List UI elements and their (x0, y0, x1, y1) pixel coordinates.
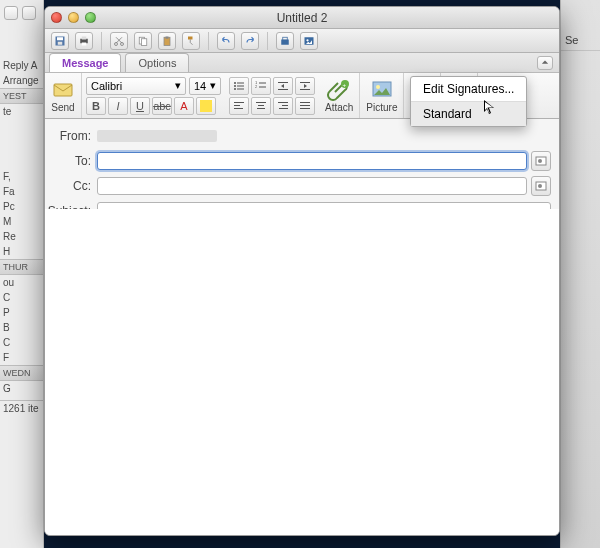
ribbon-tabbar: Message Options (45, 53, 559, 73)
redo-icon[interactable] (241, 32, 259, 50)
picture-button[interactable]: Picture (360, 73, 404, 118)
svg-rect-30 (300, 89, 310, 90)
svg-rect-1 (58, 41, 63, 44)
msg-item[interactable]: ou (0, 275, 43, 290)
align-center-button[interactable] (251, 97, 271, 115)
window-title: Untitled 2 (277, 11, 328, 25)
search-fragment[interactable]: Se (561, 30, 600, 51)
close-icon[interactable] (51, 12, 62, 23)
italic-button[interactable]: I (108, 97, 128, 115)
msg-item[interactable]: te (0, 104, 43, 119)
decrease-indent-button[interactable] (273, 77, 293, 95)
msg-item[interactable]: M (0, 214, 43, 229)
from-field[interactable] (97, 126, 551, 146)
tab-message[interactable]: Message (49, 53, 121, 72)
svg-rect-26 (259, 86, 266, 87)
msg-item[interactable]: F, (0, 169, 43, 184)
header-fields: From: To: Cc: Subject: (45, 119, 559, 222)
svg-rect-32 (234, 105, 240, 106)
picture-icon (370, 78, 394, 102)
svg-rect-22 (237, 88, 244, 89)
send-label: Send (51, 102, 74, 113)
message-body[interactable] (45, 209, 559, 535)
bold-button[interactable]: B (86, 97, 106, 115)
reply-all-fragment[interactable]: Reply A (0, 58, 43, 73)
minimize-icon[interactable] (68, 12, 79, 23)
to-field[interactable] (97, 152, 527, 170)
font-color-label: A (180, 100, 187, 112)
section-wednesday[interactable]: WEDN (0, 365, 43, 381)
msg-item[interactable]: P (0, 305, 43, 320)
mouse-cursor-icon (484, 100, 496, 116)
svg-rect-20 (237, 85, 244, 86)
parent-mailbox-strip: Reply A Arrange YEST te F, Fa Pc M Re H … (0, 0, 44, 548)
svg-rect-8 (142, 38, 147, 45)
tab-options[interactable]: Options (125, 53, 189, 72)
svg-rect-36 (257, 108, 265, 109)
parent-toolbar (0, 0, 43, 26)
paperclip-icon: + (327, 78, 351, 102)
svg-rect-29 (300, 82, 310, 83)
svg-rect-4 (82, 42, 87, 45)
svg-rect-37 (278, 102, 288, 103)
from-label: From: (45, 129, 97, 143)
save-icon[interactable] (51, 32, 69, 50)
contacts-picker-button[interactable] (531, 151, 551, 171)
cc-field[interactable] (97, 177, 527, 195)
section-thursday[interactable]: THUR (0, 259, 43, 275)
svg-rect-41 (300, 105, 310, 106)
signature-standard-item[interactable]: Standard (411, 102, 526, 126)
bullets-button[interactable] (229, 77, 249, 95)
font-size-value: 14 (194, 80, 206, 92)
numbering-button[interactable]: 12 (251, 77, 271, 95)
undo-icon[interactable] (217, 32, 235, 50)
msg-item[interactable]: B (0, 320, 43, 335)
align-right-button[interactable] (273, 97, 293, 115)
svg-rect-40 (300, 102, 310, 103)
msg-item[interactable]: Re (0, 229, 43, 244)
section-yesterday[interactable]: YEST (0, 88, 43, 104)
copy-icon[interactable] (134, 32, 152, 50)
highlight-button[interactable] (196, 97, 216, 115)
attach-button[interactable]: + Attach (319, 73, 360, 118)
msg-item[interactable]: F (0, 350, 43, 365)
svg-point-14 (306, 39, 308, 41)
msg-item[interactable]: C (0, 290, 43, 305)
zoom-icon[interactable] (85, 12, 96, 23)
svg-rect-31 (234, 102, 244, 103)
chevron-down-icon: ▾ (175, 79, 181, 92)
strikethrough-button[interactable]: abc (152, 97, 172, 115)
font-size-select[interactable]: 14 ▾ (189, 77, 221, 95)
toolbox-icon[interactable] (276, 32, 294, 50)
edit-signatures-item[interactable]: Edit Signatures... (411, 77, 526, 101)
msg-item[interactable]: Fa (0, 184, 43, 199)
msg-item[interactable]: G (0, 381, 43, 396)
align-left-button[interactable] (229, 97, 249, 115)
svg-rect-16 (200, 100, 212, 112)
svg-point-19 (234, 85, 236, 87)
msg-item[interactable]: H (0, 244, 43, 259)
mailbox-icon[interactable] (4, 6, 18, 20)
increase-indent-button[interactable] (295, 77, 315, 95)
picture-label: Picture (366, 102, 397, 113)
svg-rect-34 (256, 102, 266, 103)
collapse-ribbon-button[interactable] (537, 56, 553, 70)
paste-icon[interactable] (158, 32, 176, 50)
send-group[interactable]: Send (45, 73, 82, 118)
justify-button[interactable] (295, 97, 315, 115)
format-painter-icon[interactable] (182, 32, 200, 50)
font-group: Calibri ▾ 14 ▾ B I U abc A (82, 77, 225, 115)
msg-item[interactable]: C (0, 335, 43, 350)
font-color-button[interactable]: A (174, 97, 194, 115)
media-browser-icon[interactable] (300, 32, 318, 50)
msg-item[interactable]: Pc (0, 199, 43, 214)
svg-rect-28 (278, 89, 288, 90)
cut-icon[interactable] (110, 32, 128, 50)
print-icon[interactable] (75, 32, 93, 50)
font-name-select[interactable]: Calibri ▾ (86, 77, 186, 95)
underline-button[interactable]: U (130, 97, 150, 115)
svg-text:2: 2 (255, 84, 258, 89)
contacts-picker-button[interactable] (531, 176, 551, 196)
contacts-icon[interactable] (22, 6, 36, 20)
arrange-fragment[interactable]: Arrange (0, 73, 43, 88)
